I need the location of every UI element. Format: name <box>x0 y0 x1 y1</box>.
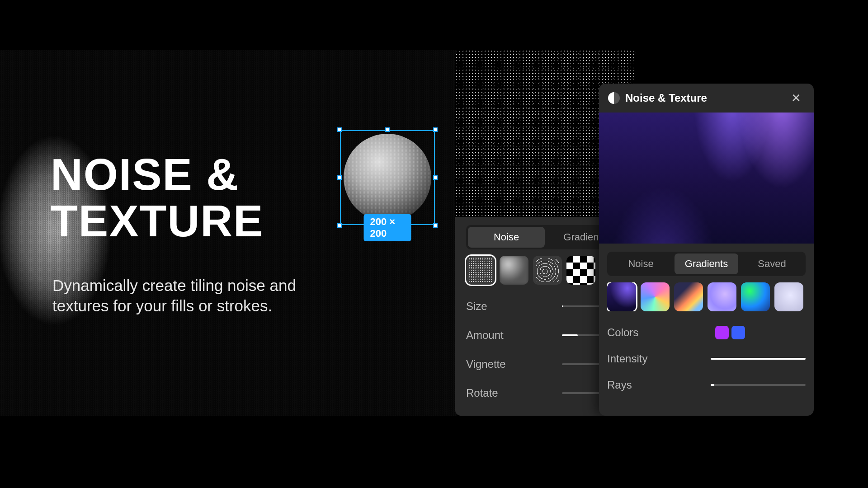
tab-noise-2[interactable]: Noise <box>609 253 673 274</box>
swatch-3[interactable] <box>674 282 703 311</box>
rays-label: Rays <box>607 379 632 391</box>
selected-object[interactable]: 200 × 200 <box>340 130 435 225</box>
selection-box <box>340 130 435 225</box>
color-chip-2[interactable] <box>731 326 745 339</box>
amount-label: Amount <box>466 329 504 342</box>
vignette-label: Vignette <box>466 358 506 371</box>
resize-handle-tm[interactable] <box>385 127 390 132</box>
swatch-2[interactable] <box>641 282 670 311</box>
resize-handle-ml[interactable] <box>337 175 342 180</box>
color-chips <box>715 326 745 339</box>
resize-handle-tr[interactable] <box>433 127 438 132</box>
colors-label: Colors <box>607 326 638 339</box>
texture-panel-tabs: Noise Gradients Saved <box>607 252 806 276</box>
pattern-checker[interactable] <box>566 256 595 285</box>
hero-title-line1: NOISE & <box>51 151 264 198</box>
tab-saved[interactable]: Saved <box>740 253 804 274</box>
gradient-preview[interactable] <box>599 113 814 244</box>
swatch-1[interactable] <box>607 282 636 311</box>
texture-panel-title: Noise & Texture <box>625 92 707 104</box>
intensity-label: Intensity <box>607 352 647 365</box>
resize-handle-tl[interactable] <box>337 127 342 132</box>
resize-handle-bl[interactable] <box>337 223 342 228</box>
dimensions-badge: 200 × 200 <box>364 214 411 241</box>
tab-gradients-2[interactable]: Gradients <box>675 253 738 274</box>
color-chip-1[interactable] <box>715 326 729 339</box>
tab-noise[interactable]: Noise <box>468 227 545 248</box>
close-button[interactable]: ✕ <box>788 89 805 107</box>
pattern-blur[interactable] <box>500 256 528 285</box>
size-label: Size <box>466 300 487 313</box>
resize-handle-mr[interactable] <box>433 175 438 180</box>
hero-title: NOISE & TEXTURE <box>51 151 264 244</box>
hero-title-line2: TEXTURE <box>51 198 264 244</box>
gradient-swatches <box>607 282 806 311</box>
intensity-slider[interactable] <box>711 358 806 360</box>
swatch-5[interactable] <box>741 282 770 311</box>
hero-subtitle: Dynamically create tiling noise and text… <box>52 276 324 316</box>
swatch-4[interactable] <box>708 282 736 311</box>
plugin-logo-icon <box>608 92 620 104</box>
swatch-6[interactable] <box>774 282 803 311</box>
texture-panel-header: Noise & Texture ✕ <box>599 84 814 113</box>
texture-panel: Noise & Texture ✕ Noise Gradients Saved … <box>599 84 814 416</box>
pattern-noise[interactable] <box>466 256 495 285</box>
pattern-contour[interactable] <box>533 256 562 285</box>
rays-slider[interactable] <box>711 384 806 386</box>
rotate-label: Rotate <box>466 387 498 399</box>
resize-handle-br[interactable] <box>433 223 438 228</box>
